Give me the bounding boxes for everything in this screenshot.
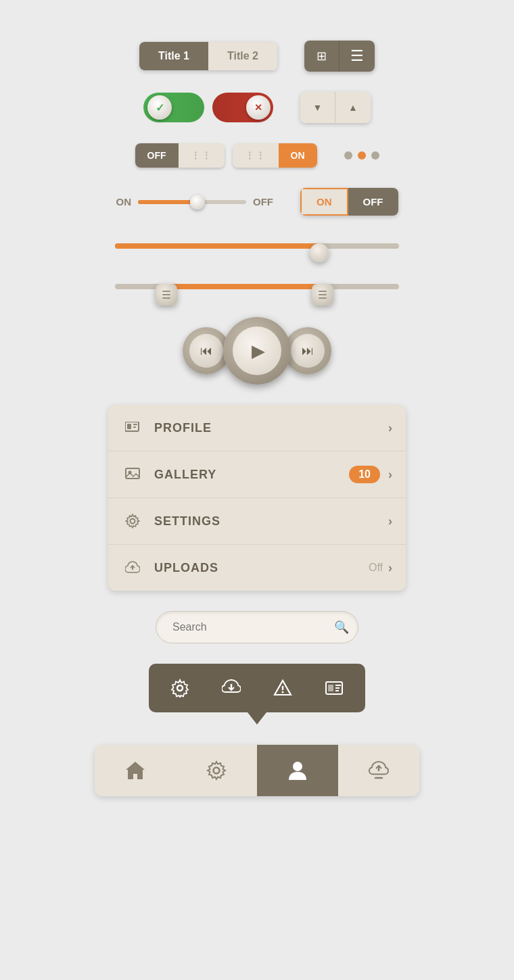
menu-item-profile[interactable]: PROFILE › (108, 405, 406, 451)
off-button[interactable]: OFF (348, 188, 398, 216)
play-button[interactable]: ▶ (223, 317, 291, 385)
bottom-tab-bar (95, 745, 419, 796)
single-slider-track (115, 243, 399, 249)
tab-title2[interactable]: Title 2 (208, 42, 277, 70)
check-icon: ✓ (156, 101, 164, 114)
search-button[interactable]: 🔍 (334, 620, 349, 635)
grip-lines-right (319, 291, 327, 299)
slider-on-label: ON (116, 196, 132, 207)
toggle-off[interactable]: ✕ (212, 93, 273, 122)
svg-point-11 (282, 691, 284, 693)
uploads-icon (122, 557, 143, 579)
toggle-on[interactable]: ✓ (143, 93, 204, 122)
gallery-badge: 10 (349, 466, 380, 483)
double-slider-fill (166, 284, 323, 289)
bottom-tab-settings[interactable] (176, 745, 257, 796)
tab-title1[interactable]: Title 1 (139, 42, 208, 70)
gallery-label: GALLERY (154, 468, 349, 482)
single-slider-fill (115, 243, 319, 249)
range-fill (138, 200, 197, 204)
svg-point-18 (293, 762, 302, 771)
dot-1 (344, 151, 352, 160)
toolbar-popup-arrow (248, 712, 266, 725)
toolbar-popup (149, 664, 365, 725)
seg-off-group: OFF ⋮⋮ (135, 143, 225, 168)
grip-lines-left (162, 291, 170, 299)
cross-icon: ✕ (254, 102, 262, 113)
bottom-tab-user[interactable] (257, 745, 338, 796)
single-slider[interactable] (115, 236, 399, 256)
seg-on-button[interactable]: ON (279, 143, 317, 168)
slider-off-label: OFF (253, 196, 273, 207)
bottom-tab-upload[interactable] (338, 745, 419, 796)
profile-label: PROFILE (154, 421, 388, 435)
menu-item-settings[interactable]: SETTINGS › (108, 498, 406, 545)
toolbar-download-button[interactable] (216, 673, 246, 703)
toggle-on-knob: ✓ (147, 95, 172, 120)
seg-groups: OFF ⋮⋮ ⋮⋮ ON (135, 143, 317, 168)
settings-arrow: › (388, 514, 392, 529)
svg-rect-4 (126, 468, 139, 479)
search-icon: 🔍 (334, 620, 349, 634)
uploads-label: UPLOADS (154, 561, 369, 575)
svg-rect-3 (133, 426, 136, 428)
tab-group: Title 1 Title 2 (139, 42, 277, 70)
menu-item-gallery[interactable]: GALLERY 10 › (108, 451, 406, 498)
svg-rect-2 (133, 424, 137, 425)
dots-indicator (344, 151, 379, 160)
seg-off-button[interactable]: OFF (135, 143, 179, 168)
next-icon: ⏭ (291, 334, 325, 368)
bottom-tab-home[interactable] (95, 745, 176, 796)
menu-list: PROFILE › GALLERY 10 › SETTIN (108, 405, 406, 591)
svg-point-6 (131, 519, 135, 524)
svg-point-17 (214, 768, 220, 774)
arrow-group: ▼ ▲ (300, 92, 371, 123)
toolbar-gear-button[interactable] (165, 673, 195, 703)
settings-icon (122, 510, 143, 532)
double-slider[interactable] (115, 276, 399, 297)
settings-label: SETTINGS (154, 514, 388, 529)
media-player: ⏮ ▶ ⏭ (183, 317, 331, 385)
double-slider-row (88, 276, 426, 297)
toggle-off-knob: ✕ (246, 95, 271, 120)
on-off-pair: ON OFF (300, 188, 398, 216)
grid-icon: ⊞ (317, 49, 327, 64)
list-view-button[interactable]: ☰ (340, 41, 375, 72)
double-slider-track (115, 284, 399, 289)
slider-label-row: ON OFF (116, 196, 274, 207)
search-input[interactable] (156, 611, 358, 643)
next-button[interactable]: ⏭ (284, 327, 331, 374)
arrow-up-button[interactable]: ▲ (335, 92, 371, 123)
on-button[interactable]: ON (300, 188, 348, 216)
seg-middle2-button[interactable]: ⋮⋮ (233, 143, 279, 168)
range-thumb[interactable] (190, 195, 205, 210)
toolbar-alert-button[interactable] (268, 673, 298, 703)
prev-icon: ⏮ (189, 334, 223, 368)
arrow-down-icon: ▼ (313, 102, 323, 113)
single-slider-thumb[interactable] (310, 243, 329, 262)
arrow-up-icon: ▲ (348, 102, 358, 113)
grid-view-button[interactable]: ⊞ (304, 41, 340, 72)
list-icon: ☰ (350, 47, 364, 65)
svg-rect-13 (328, 685, 333, 691)
seg-on-group: ⋮⋮ ON (233, 143, 317, 168)
search-container: 🔍 (156, 611, 358, 643)
toolbar-card-button[interactable] (319, 673, 349, 703)
profile-arrow: › (388, 421, 392, 435)
play-icon: ▶ (233, 326, 281, 375)
view-toggle-group: ⊞ ☰ (304, 41, 375, 72)
dot-2 (358, 151, 366, 160)
toggle-group: ✓ ✕ (143, 93, 273, 122)
range-track[interactable] (138, 200, 246, 204)
svg-rect-1 (127, 424, 131, 429)
profile-icon (122, 417, 143, 439)
arrow-down-button[interactable]: ▼ (300, 92, 335, 123)
double-slider-right-thumb[interactable] (312, 284, 333, 305)
single-slider-row (88, 236, 426, 256)
double-slider-left-thumb[interactable] (156, 284, 177, 305)
svg-point-8 (177, 685, 183, 691)
menu-item-uploads[interactable]: UPLOADS Off › (108, 545, 406, 591)
gallery-arrow: › (388, 468, 392, 482)
seg-middle-button[interactable]: ⋮⋮ (179, 143, 225, 168)
toolbar-bar (149, 664, 365, 712)
